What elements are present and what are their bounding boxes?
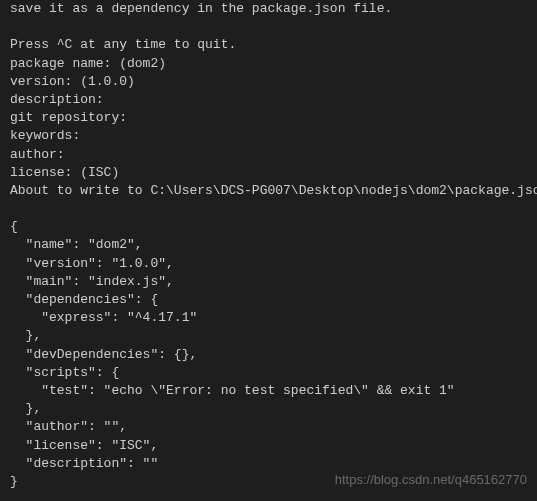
json-express: "express": "^4.17.1"	[10, 309, 527, 327]
license-prompt: license: (ISC)	[10, 164, 527, 182]
write-to-path: About to write to C:\Users\DCS-PG007\Des…	[10, 182, 527, 200]
json-test: "test": "echo \"Error: no test specified…	[10, 382, 527, 400]
json-dependencies-open: "dependencies": {	[10, 291, 527, 309]
git-repository-prompt: git repository:	[10, 109, 527, 127]
blank-line	[10, 200, 527, 218]
keywords-prompt: keywords:	[10, 127, 527, 145]
blank-line	[10, 491, 527, 501]
blank-line	[10, 18, 527, 36]
watermark: https://blog.csdn.net/q465162770	[335, 471, 527, 489]
json-license: "license": "ISC",	[10, 437, 527, 455]
quit-hint: Press ^C at any time to quit.	[10, 36, 527, 54]
json-brace-open: {	[10, 218, 527, 236]
json-scripts-open: "scripts": {	[10, 364, 527, 382]
json-author: "author": "",	[10, 418, 527, 436]
json-dependencies-close: },	[10, 327, 527, 345]
json-main: "main": "index.js",	[10, 273, 527, 291]
author-prompt: author:	[10, 146, 527, 164]
json-version: "version": "1.0.0",	[10, 255, 527, 273]
partial-top-line: save it as a dependency in the package.j…	[10, 0, 527, 18]
json-devdependencies: "devDependencies": {},	[10, 346, 527, 364]
package-name-prompt: package name: (dom2)	[10, 55, 527, 73]
json-scripts-close: },	[10, 400, 527, 418]
json-name: "name": "dom2",	[10, 236, 527, 254]
version-prompt: version: (1.0.0)	[10, 73, 527, 91]
description-prompt: description:	[10, 91, 527, 109]
